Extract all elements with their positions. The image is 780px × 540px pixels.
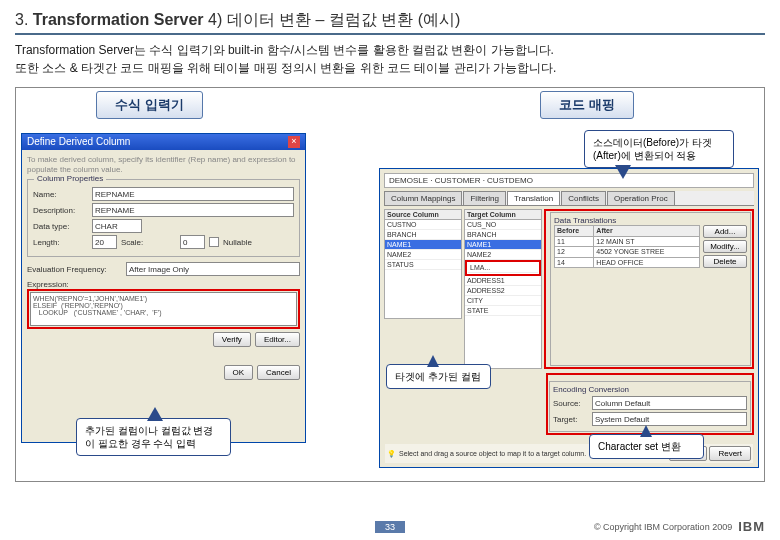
list-item[interactable]: NAME2 (465, 250, 541, 260)
callout-expression: 추가된 컬럼이나 컬럼값 변경이 필요한 경우 수식 입력 (76, 418, 231, 456)
enc-src-select[interactable]: Column Default (592, 396, 747, 410)
title-number: 3. (15, 11, 28, 28)
expression-label: Expression: (27, 280, 300, 289)
length-input[interactable]: 20 (92, 235, 117, 249)
th-before: Before (555, 226, 594, 237)
eval-freq-select[interactable]: After Image Only (126, 262, 300, 276)
copyright: © Copyright IBM Corporation 2009 (594, 522, 732, 532)
translations-title: Data Translations (554, 216, 747, 225)
slide-title: 3. Transformation Server 4) 데이터 변환 – 컬럼값… (15, 10, 765, 31)
revert-button[interactable]: Revert (709, 446, 751, 461)
length-label: Length: (33, 238, 88, 247)
list-item[interactable]: NAME2 (385, 250, 461, 260)
editor-button[interactable]: Editor... (255, 332, 300, 347)
target-added-highlight: LMA... (465, 260, 541, 276)
name-label: Name: (33, 190, 88, 199)
page-number: 33 (375, 521, 405, 533)
add-button[interactable]: Add... (703, 225, 747, 238)
desc-label: Description: (33, 206, 88, 215)
scale-label: Scale: (121, 238, 176, 247)
slide: 3. Transformation Server 4) 데이터 변환 – 컬럼값… (0, 0, 780, 540)
nullable-checkbox[interactable] (209, 237, 219, 247)
datatype-select[interactable]: CHAR (92, 219, 142, 233)
label-code-mapping: 코드 매핑 (540, 91, 634, 119)
content-frame: 수식 입력기 코드 매핑 Define Derived Column × To … (15, 87, 765, 482)
modify-button[interactable]: Modify... (703, 240, 747, 253)
title-sub: 4) 데이터 변환 – 컬럼값 변환 (예시) (208, 11, 460, 28)
footer: 33 © Copyright IBM Corporation 2009 IBM (0, 519, 780, 534)
list-item[interactable]: CITY (465, 296, 541, 306)
description: Transformation Server는 수식 입력기와 built-in … (15, 41, 765, 77)
cancel-button[interactable]: Cancel (257, 365, 300, 380)
enc-tgt-label: Target: (553, 415, 588, 424)
title-main: Transformation Server (33, 11, 204, 28)
target-header: Target Column (465, 210, 541, 220)
callout-added-column: 타겟에 추가된 컬럼 (386, 364, 491, 389)
tab-column-mappings[interactable]: Column Mappings (384, 191, 462, 205)
expression-highlight: WHEN('REPNO'=1,'JOHN','NAME1') ELSEIF ('… (27, 289, 300, 329)
table-row: 1112 MAIN ST (555, 236, 700, 247)
list-item[interactable]: BRANCH (385, 230, 461, 240)
label-expression-editor: 수식 입력기 (96, 91, 203, 119)
callout-charset: Character set 변환 (589, 434, 704, 459)
list-item[interactable]: STATE (465, 306, 541, 316)
enc-src-label: Source: (553, 399, 588, 408)
th-after: After (594, 226, 700, 237)
tab-bar: Column Mappings Filtering Translation Co… (384, 191, 754, 206)
dialog-titlebar: Define Derived Column × (22, 134, 305, 150)
title-bar: 3. Transformation Server 4) 데이터 변환 – 컬럼값… (15, 10, 765, 35)
mapping-editor-window: DEMOSLE · CUSTOMER · CUSTDEMO Column Map… (379, 168, 759, 468)
callout-before-after: 소스데이터(Before)가 타겟(After)에 변환되어 적용 (584, 130, 734, 168)
dialog-title: Define Derived Column (27, 136, 130, 148)
nullable-label: Nullable (223, 238, 252, 247)
name-input[interactable]: REPNAME (92, 187, 294, 201)
scale-input[interactable]: 0 (180, 235, 205, 249)
datatype-label: Data type: (33, 222, 88, 231)
close-icon[interactable]: × (288, 136, 300, 148)
group-title: Column Properties (34, 174, 106, 183)
list-item[interactable]: BRANCH (465, 230, 541, 240)
list-item[interactable]: ADDRESS2 (465, 286, 541, 296)
ibm-logo: IBM (738, 519, 765, 534)
list-item[interactable]: CUS_NO (465, 220, 541, 230)
table-row: 14HEAD OFFICE (555, 257, 700, 268)
list-item[interactable]: CUSTNO (385, 220, 461, 230)
ok-button[interactable]: OK (224, 365, 254, 380)
tab-conflicts[interactable]: Conflicts (561, 191, 606, 205)
eval-freq-label: Evaluation Frequency: (27, 265, 122, 274)
list-item[interactable]: NAME1 (465, 240, 541, 250)
table-row: 124502 YONGE STREE (555, 247, 700, 258)
encoding-title: Encoding Conversion (553, 385, 747, 394)
source-header: Source Column (385, 210, 461, 220)
source-column-list[interactable]: Source Column CUSTNO BRANCH NAME1 NAME2 … (384, 209, 462, 319)
info-text: Select and drag a source object to map i… (399, 450, 586, 457)
delete-button[interactable]: Delete (703, 255, 747, 268)
define-derived-column-dialog: Define Derived Column × To make derived … (21, 133, 306, 443)
verify-button[interactable]: Verify (213, 332, 251, 347)
tab-translation[interactable]: Translation (507, 191, 560, 205)
list-item[interactable]: NAME1 (385, 240, 461, 250)
data-translations-highlight: Data Translations BeforeAfter 1112 MAIN … (544, 209, 754, 369)
list-item[interactable]: STATUS (385, 260, 461, 270)
desc-input[interactable]: REPNAME (92, 203, 294, 217)
list-item[interactable]: LMA... (468, 263, 538, 273)
data-translations-panel: Data Translations BeforeAfter 1112 MAIN … (550, 212, 751, 366)
dialog-hint: To make derived column, specify its iden… (27, 155, 300, 174)
breadcrumb: DEMOSLE · CUSTOMER · CUSTDEMO (384, 173, 754, 188)
tab-filtering[interactable]: Filtering (463, 191, 505, 205)
tab-operation[interactable]: Operation Proc (607, 191, 675, 205)
column-properties-group: Column Properties Name:REPNAME Descripti… (27, 179, 300, 257)
translations-table: BeforeAfter 1112 MAIN ST 124502 YONGE ST… (554, 225, 700, 268)
list-item[interactable]: ADDRESS1 (465, 276, 541, 286)
target-column-list[interactable]: Target Column CUS_NO BRANCH NAME1 NAME2 … (464, 209, 542, 369)
enc-tgt-select[interactable]: System Default (592, 412, 747, 426)
info-icon: 💡 (387, 450, 396, 458)
expression-textarea[interactable]: WHEN('REPNO'=1,'JOHN','NAME1') ELSEIF ('… (30, 292, 297, 326)
